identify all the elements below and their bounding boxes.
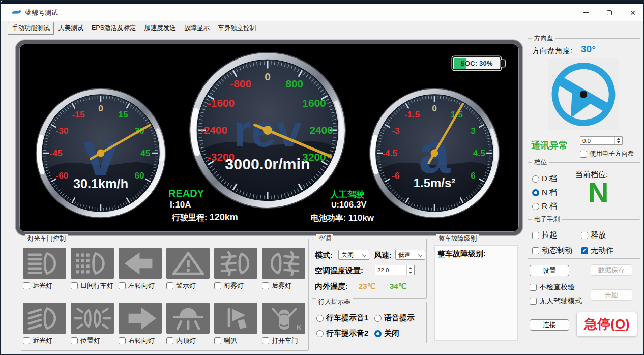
soc-battery-terminal [501, 60, 505, 67]
tab-manual-test[interactable]: 手动功能测试 [8, 22, 54, 35]
svg-text:-6: -6 [392, 170, 399, 181]
driverless-mode-checkbox[interactable] [530, 298, 537, 305]
turn-right-icon[interactable] [119, 303, 162, 334]
high-beam-checkbox[interactable] [23, 282, 30, 289]
handbrake-release-label: 释放 [591, 230, 606, 240]
position-light-icon[interactable] [71, 303, 114, 334]
soc-battery: SOC: 30% [452, 56, 505, 70]
horn-checkbox[interactable] [214, 337, 221, 344]
turn-left-checkbox[interactable] [119, 282, 126, 289]
steering-angle-spinbox[interactable]: 0.0 [580, 136, 623, 145]
fault-level-label: 整车故障级别: [437, 249, 486, 259]
gear-r-radio[interactable] [532, 203, 539, 210]
chime2-radio[interactable] [316, 330, 324, 337]
maximize-button[interactable] [598, 4, 621, 21]
ac-temp-set-label: 空调温度设置: [315, 266, 363, 276]
spin-up-icon[interactable] [615, 137, 622, 141]
chime2-label: 行车提示音2 [326, 329, 368, 338]
tab-fault-display[interactable]: 故障显示 [180, 22, 214, 35]
dome-light-checkbox[interactable] [166, 337, 173, 344]
svg-text:-45: -45 [50, 148, 63, 158]
spin-down-icon[interactable] [407, 270, 414, 275]
low-beam-icon[interactable] [23, 303, 66, 334]
drl-icon[interactable] [71, 248, 114, 279]
mileage-value: 120km [210, 212, 238, 222]
ac-temp-spinbox[interactable]: 22.0 [375, 265, 415, 275]
spin-down-icon[interactable] [615, 141, 622, 145]
voice-prompt-radio[interactable] [374, 315, 382, 322]
horn-icon[interactable] [214, 303, 257, 334]
voice-prompt-label: 语音提示 [384, 313, 415, 323]
voltage-value: 106.3V [339, 200, 367, 210]
hazard-icon[interactable] [166, 248, 210, 279]
door-open-icon[interactable]: K [262, 303, 305, 334]
handbrake-release-checkbox[interactable] [581, 232, 588, 239]
estop-hotkey: O [615, 316, 625, 332]
light-cell-drl: 日间行车灯 [71, 248, 114, 290]
no-verify-checkbox[interactable] [530, 284, 537, 291]
tab-eps-calibration[interactable]: EPS激活及标定 [87, 22, 140, 35]
low-beam-checkbox[interactable] [23, 337, 30, 344]
steering-angle-label: 方向盘角度: [532, 46, 572, 56]
rear-fog-checkbox[interactable] [262, 282, 269, 289]
data-save-button[interactable]: 数据保存 [591, 264, 632, 276]
ac-fan-select[interactable]: 低速 [395, 250, 425, 260]
minimize-button[interactable] [574, 4, 598, 21]
driverless-mode-label: 无人驾驶模式 [539, 297, 582, 306]
turn-left-label: 左转向灯 [128, 281, 155, 290]
tab-accel-send[interactable]: 加速度发送 [140, 22, 181, 35]
connect-button[interactable]: 连接 [530, 319, 569, 331]
turn-left-icon[interactable] [119, 248, 162, 279]
maximize-icon [607, 10, 612, 15]
tab-tianmei-test[interactable]: 天美测试 [54, 22, 87, 35]
steering-group: 方向盘 方向盘角度: 30° 通讯异常 0.0 使用电子方向盘 [528, 38, 640, 159]
hazard-checkbox[interactable] [166, 282, 173, 289]
handbrake-pull-checkbox[interactable] [532, 232, 539, 239]
spin-up-icon[interactable] [407, 265, 414, 270]
light-cell-turn-left: 左转向灯 [119, 248, 162, 290]
drl-checkbox[interactable] [71, 282, 78, 289]
ac-group: 空调 模式: 关闭 风速: 低速 空调温度设置: 22.0 内外温度: 23℃ … [312, 239, 427, 299]
settings-button[interactable]: 设置 [530, 265, 569, 276]
close-button[interactable]: ✕ [621, 4, 644, 21]
rear-fog-icon[interactable] [262, 248, 305, 279]
ac-temp-value: 22.0 [377, 267, 389, 273]
position-light-checkbox[interactable] [71, 337, 78, 344]
turn-right-checkbox[interactable] [119, 337, 126, 344]
high-beam-icon[interactable] [23, 248, 66, 279]
current-gear-value: N [588, 176, 608, 209]
chime1-radio[interactable] [316, 315, 324, 322]
fault-level-panel: 整车故障级别: [434, 245, 518, 341]
ac-mode-value: 关闭 [341, 251, 354, 259]
app-whale-icon [11, 7, 22, 16]
svg-text:0: 0 [432, 103, 437, 113]
light-cell-dome: 内顶灯 [166, 303, 210, 345]
ready-status: READY [168, 188, 204, 199]
dynamic-brake-label: 动态制动 [542, 246, 572, 255]
svg-text:-3: -3 [392, 126, 399, 136]
dome-light-icon[interactable] [166, 303, 210, 334]
tab-body-independent[interactable]: 车身独立控制 [214, 22, 260, 35]
start-button[interactable]: 开始 [591, 289, 632, 301]
ac-mode-select[interactable]: 关闭 [338, 250, 369, 260]
lights-doors-group: 灯光车门控制 远光灯 [21, 239, 309, 351]
fault-group-title: 整车故障级别 [436, 234, 479, 243]
use-esteer-label: 使用电子方向盘 [590, 150, 634, 158]
svg-text:K: K [296, 323, 301, 331]
emergency-stop-button[interactable]: 急停(O) [576, 312, 637, 337]
gear-n-radio[interactable] [532, 189, 539, 196]
gear-d-radio[interactable] [532, 175, 539, 183]
front-fog-checkbox[interactable] [214, 282, 221, 289]
no-action-checkbox[interactable] [581, 247, 588, 254]
alert-off-radio[interactable] [374, 330, 382, 337]
app-window: 蓝鲸号测试 ✕ 手动功能测试 天美测试 EPS激活及标定 加速度发送 故障显示 … [0, 0, 644, 355]
front-fog-icon[interactable] [214, 248, 257, 279]
pedestrian-group-title: 行人提示器 [316, 298, 353, 306]
dynamic-brake-checkbox[interactable] [532, 247, 539, 254]
door-open-checkbox[interactable] [262, 337, 269, 344]
svg-text:-1.5: -1.5 [404, 109, 420, 120]
use-esteer-checkbox[interactable] [580, 151, 587, 158]
rev-gauge: rev-3200-2400-1600-800080016002400320030… [186, 49, 349, 212]
no-verify-label: 不检查校验 [539, 283, 575, 292]
fault-level-group: 整车故障级别 整车故障级别: [432, 239, 520, 343]
